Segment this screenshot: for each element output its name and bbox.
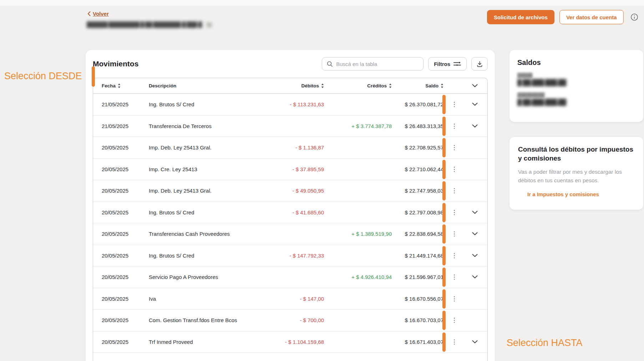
row-menu-kebab-icon[interactable]: ⋮: [443, 274, 465, 280]
row-fecha: 20/05/2025: [102, 231, 144, 237]
row-fecha: 20/05/2025: [102, 274, 144, 280]
saldos-title: Saldos: [517, 59, 635, 67]
row-debito: - $ 1.136,87: [267, 144, 324, 151]
table-row[interactable]: 20/05/2025 Transferencias Cash Proveedor…: [93, 223, 487, 245]
selection-hasta-marker: [442, 95, 446, 114]
row-expand-chevron-icon[interactable]: [465, 124, 485, 128]
row-debito: - $ 147.792,33: [267, 253, 324, 259]
row-fecha: 20/05/2025: [102, 253, 144, 259]
row-menu-kebab-icon[interactable]: ⋮: [443, 317, 465, 323]
account-title-redacted: ██████ █████████ █ ██ ████████-█ ███-█: [87, 21, 202, 27]
row-menu-kebab-icon[interactable]: ⋮: [443, 188, 465, 194]
table-header: Fecha Descripción Débitos Créditos Saldo: [93, 78, 487, 94]
row-saldo: $ 22.838.694,58: [392, 231, 443, 237]
header-collapse-chevron-icon[interactable]: [465, 84, 485, 87]
row-fecha: 20/05/2025: [102, 209, 144, 215]
saldo-label-redacted: █████████: [517, 92, 635, 97]
col-header-fecha[interactable]: Fecha: [102, 83, 144, 88]
row-menu-kebab-icon[interactable]: ⋮: [443, 166, 465, 172]
selection-hasta-marker: [442, 246, 446, 265]
selection-hasta-marker: [442, 332, 446, 352]
ver-datos-cuenta-button[interactable]: Ver datos de cuenta: [559, 10, 624, 24]
sort-icon: [118, 83, 121, 88]
row-expand-chevron-icon[interactable]: [465, 340, 485, 344]
row-expand-chevron-icon[interactable]: [465, 232, 485, 235]
table-row[interactable]: 20/05/2025 Com. Gestion Transf.fdos Entr…: [93, 310, 487, 331]
chevron-left-icon: [87, 11, 91, 16]
row-descripcion: Trf Inmed Proveed: [144, 339, 267, 345]
table-body: 21/05/2025 Ing. Brutos S/ Cred - $ 113.2…: [93, 94, 487, 353]
row-fecha: 20/05/2025: [102, 144, 144, 151]
table-row[interactable]: 20/05/2025 Ing. Brutos S/ Cred - $ 41.68…: [93, 202, 487, 224]
selection-hasta-marker: [442, 289, 446, 309]
row-fecha: 20/05/2025: [102, 296, 144, 302]
col-header-saldo[interactable]: Saldo: [392, 83, 443, 88]
col-label-debitos: Débitos: [301, 83, 319, 88]
row-menu-kebab-icon[interactable]: ⋮: [443, 144, 465, 151]
row-debito: - $ 41.685,60: [267, 209, 324, 215]
row-descripcion: Ing. Brutos S/ Cred: [144, 101, 267, 107]
row-descripcion: Imp. Deb. Ley 25413 Gral.: [144, 144, 267, 151]
row-saldo: $ 22.708.925,57: [392, 144, 443, 151]
col-header-creditos[interactable]: Créditos: [324, 83, 392, 88]
download-button[interactable]: [471, 57, 488, 71]
row-debito: - $ 147,00: [267, 296, 324, 302]
row-credito: + $ 4.926.410,94: [324, 274, 392, 280]
col-header-debitos[interactable]: Débitos: [267, 83, 324, 88]
row-saldo: $ 16.670.556,07: [392, 296, 443, 302]
sort-icon: [389, 83, 392, 88]
table-row[interactable]: 20/05/2025 Imp. Deb. Ley 25413 Gral. - $…: [93, 180, 487, 202]
movements-title: Movimientos: [93, 57, 138, 71]
row-menu-kebab-icon[interactable]: ⋮: [443, 296, 465, 302]
col-header-descripcion[interactable]: Descripción: [144, 83, 267, 88]
table-row[interactable]: 20/05/2025 Iva - $ 147,00 $ 16.670.556,0…: [93, 288, 487, 310]
movements-card-header: Movimientos Filtros: [86, 50, 495, 78]
solicitud-archivos-button[interactable]: Solicitud de archivos: [487, 10, 554, 24]
row-expand-chevron-icon[interactable]: [465, 103, 485, 106]
selection-hasta-marker: [442, 224, 446, 244]
table-row[interactable]: 21/05/2025 Ing. Brutos S/ Cred - $ 113.2…: [93, 94, 487, 116]
impuestos-promo-card: Consultá los débitos por impuestos y com…: [509, 137, 643, 210]
row-menu-kebab-icon[interactable]: ⋮: [443, 231, 465, 237]
saldo-value-redacted: █ ██.███.███,██: [517, 79, 635, 86]
row-expand-chevron-icon[interactable]: [465, 254, 485, 257]
row-menu-kebab-icon[interactable]: ⋮: [443, 339, 465, 345]
table-row[interactable]: 20/05/2025 Imp. Cre. Ley 25413 - $ 37.89…: [93, 159, 487, 180]
search-input[interactable]: [336, 61, 419, 67]
info-icon[interactable]: [630, 13, 639, 21]
ir-a-impuestos-link[interactable]: Ir a Impuestos y comisiones: [527, 191, 599, 197]
header-actions: Solicitud de archivos Ver datos de cuent…: [487, 10, 639, 24]
row-menu-kebab-icon[interactable]: ⋮: [443, 123, 465, 129]
row-saldo: $ 21.449.174,68: [392, 253, 443, 259]
row-descripcion: Transferencias Cash Proveedores: [144, 231, 267, 237]
table-row[interactable]: 20/05/2025 Trf Inmed Proveed - $ 1.104.1…: [93, 331, 487, 353]
row-credito: + $ 1.389.519,90: [324, 231, 392, 237]
row-menu-kebab-icon[interactable]: ⋮: [443, 209, 465, 215]
row-debito: - $ 49.050,95: [267, 188, 324, 194]
saldos-card: Saldos █████ █ ██.███.███,██ █████████ █…: [509, 50, 643, 122]
table-search[interactable]: [322, 57, 424, 71]
row-menu-kebab-icon[interactable]: ⋮: [443, 253, 465, 259]
table-row[interactable]: 20/05/2025 Imp. Deb. Ley 25413 Gral. - $…: [93, 137, 487, 159]
row-fecha: 21/05/2025: [102, 123, 144, 129]
row-expand-chevron-icon[interactable]: [465, 211, 485, 214]
table-row[interactable]: 20/05/2025 Servicio Pago A Proveedores +…: [93, 266, 487, 288]
col-label-descripcion: Descripción: [149, 83, 176, 88]
row-expand-chevron-icon[interactable]: [465, 275, 485, 279]
table-row[interactable]: 20/05/2025 Ing. Brutos S/ Cred - $ 147.7…: [93, 245, 487, 267]
filters-sliders-icon: [453, 61, 461, 67]
row-saldo: $ 22.747.958,03: [392, 188, 443, 194]
col-label-saldo: Saldo: [425, 83, 438, 88]
row-menu-kebab-icon[interactable]: ⋮: [443, 101, 465, 107]
back-link[interactable]: Volver: [87, 11, 109, 17]
filters-button[interactable]: Filtros: [428, 57, 467, 71]
account-title-suffix-redacted: ██: [207, 22, 212, 27]
table-row-partial: [93, 353, 487, 361]
row-debito: - $ 1.104.159,68: [267, 339, 324, 345]
table-row[interactable]: 21/05/2025 Transferencia De Terceros + $…: [93, 116, 487, 137]
row-descripcion: Imp. Deb. Ley 25413 Gral.: [144, 188, 267, 194]
filters-button-label: Filtros: [434, 61, 450, 67]
table-controls: Filtros: [322, 57, 488, 71]
sort-icon: [321, 83, 324, 88]
row-saldo: $ 22.797.008,98: [392, 209, 443, 215]
